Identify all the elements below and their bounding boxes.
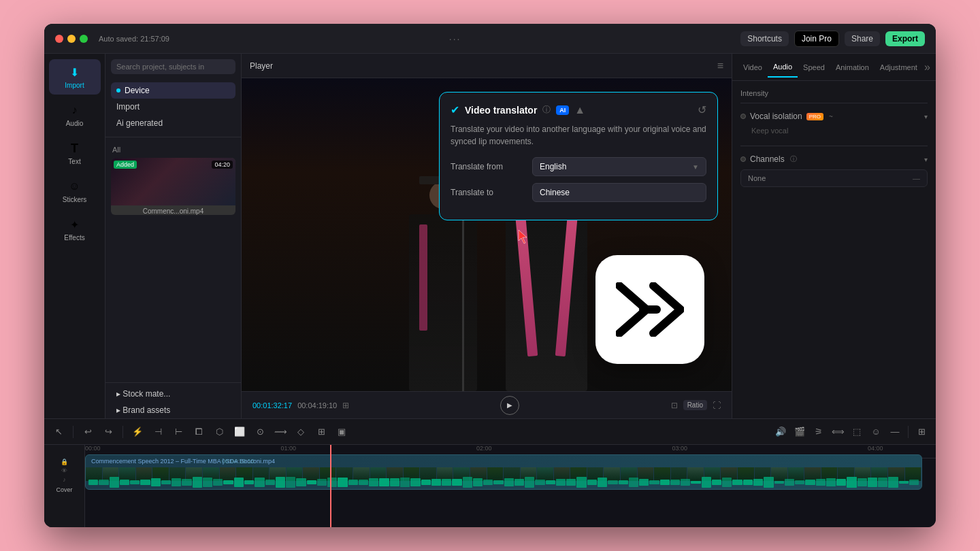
auto-reframe-tool[interactable]: ⊞ — [312, 423, 330, 441]
playhead[interactable] — [330, 445, 331, 527]
translate-to-select[interactable]: Chinese — [532, 183, 706, 202]
ruler-mark-0: 00:00 — [85, 445, 101, 452]
translate-from-select[interactable]: English ▼ — [532, 157, 706, 176]
channels-section-arrow[interactable]: ▾ — [924, 156, 928, 163]
nav-ai-generated[interactable]: Ai generated — [111, 115, 235, 131]
tab-animation[interactable]: Animation — [830, 58, 875, 77]
more-options-icon[interactable]: ··· — [449, 33, 461, 44]
center-content: Player ≡ — [242, 54, 732, 418]
channels-toggle-dot[interactable] — [740, 156, 746, 162]
video-track-inner: Commencement Speech 2012 – Full-Time MBA… — [85, 454, 922, 490]
channels-select[interactable]: None — — [740, 169, 928, 187]
volume-icon[interactable]: — — [886, 423, 904, 441]
mask-tool[interactable]: ⬡ — [210, 423, 228, 441]
export-button[interactable]: Export — [885, 31, 925, 46]
split-tool[interactable]: ⚡ — [129, 423, 146, 441]
vocal-info-icon[interactable]: ~ — [829, 113, 833, 120]
tab-adjustment[interactable]: Adjustment — [875, 58, 923, 77]
ruler-mark-1: 01:00 — [281, 445, 297, 452]
audio-track-icon[interactable]: 🔊 — [772, 423, 789, 441]
trim-right-tool[interactable]: ⊢ — [169, 423, 187, 441]
video-track[interactable]: Commencement Speech 2012 – Full-Time MBA… — [85, 454, 922, 490]
minimize-button[interactable] — [67, 35, 76, 43]
play-button[interactable]: ▶ — [500, 396, 519, 415]
fullscreen-icon[interactable]: ⛶ — [713, 401, 721, 410]
record-tool[interactable]: ⊙ — [251, 423, 269, 441]
sidebar-item-effects[interactable]: ✦ Effects — [49, 212, 101, 247]
speed-ramp-tool[interactable]: ⟿ — [272, 423, 289, 441]
current-time: 00:01:32:17 — [252, 401, 292, 410]
track-hide-icon[interactable]: 👁 — [61, 467, 67, 474]
redo-tool[interactable]: ↪ — [99, 423, 117, 441]
cover-label: Cover — [56, 486, 72, 493]
right-tabs-more-icon[interactable]: » — [924, 61, 930, 73]
pro-badge: PRO — [806, 113, 823, 120]
stickers-icon: ☺ — [67, 179, 82, 194]
maximize-button[interactable] — [80, 35, 88, 43]
nav-device[interactable]: Device — [111, 82, 235, 99]
share-button[interactable]: Share — [845, 31, 880, 46]
player-menu-icon[interactable]: ≡ — [717, 60, 723, 72]
channels-value: None — [748, 174, 766, 182]
tab-video[interactable]: Video — [738, 58, 768, 77]
ratio-button[interactable]: Ratio — [683, 400, 707, 410]
close-button[interactable] — [55, 35, 63, 43]
timeline-content[interactable]: 00:00 01:00 02:00 03:00 04:00 Commenceme… — [85, 445, 936, 527]
file-search-area — [105, 54, 241, 80]
file-thumbnail[interactable]: Added 04:20 Commenc...oni.mp4 — [111, 158, 235, 215]
sidebar-item-import[interactable]: ⬇ Import — [49, 59, 101, 95]
tab-audio[interactable]: Audio — [768, 57, 798, 78]
split-audio-icon[interactable]: ⚞ — [810, 423, 828, 441]
video-track-icon[interactable]: 🎬 — [791, 423, 808, 441]
track-label-main: 🔒 👁 ♪ Cover — [56, 458, 72, 493]
screenshot-icon[interactable]: ⊡ — [671, 401, 678, 410]
popup-info-icon[interactable]: ⓘ — [542, 104, 551, 116]
video-translator-popup: ✔ Video translator ⓘ AI ▲ ↺ Translate yo… — [439, 92, 718, 220]
timeline-right-tools: 🔊 🎬 ⚞ ⟺ ⬚ ☺ — ⊞ — [772, 423, 930, 441]
emoji-icon[interactable]: ☺ — [867, 423, 885, 441]
popup-chevron-up-icon[interactable]: ▲ — [574, 104, 585, 116]
left-sidebar: ⬇ Import ♪ Audio T Text ☺ Stickers ✦ Eff… — [44, 54, 105, 418]
undo-tool[interactable]: ↩ — [79, 423, 97, 441]
channels-line: — — [913, 174, 920, 182]
nav-import[interactable]: Import — [111, 99, 235, 115]
popup-reset-icon[interactable]: ↺ — [698, 103, 706, 116]
ctrl-right: ⊡ Ratio ⛶ — [671, 400, 721, 410]
player-video-bg: ✔ Video translator ⓘ AI ▲ ↺ Translate yo… — [242, 78, 732, 391]
scene-detect-icon[interactable]: ⟺ — [829, 423, 847, 441]
sidebar-item-stickers[interactable]: ☺ Stickers — [49, 173, 101, 209]
join-pro-button[interactable]: Join Pro — [794, 31, 839, 47]
subtitle-icon[interactable]: ⬚ — [848, 423, 866, 441]
crop-tool[interactable]: ⧠ — [190, 423, 208, 441]
frame-layout-icon[interactable]: ⊞ — [342, 401, 349, 410]
tab-speed[interactable]: Speed — [798, 58, 830, 77]
sidebar-item-audio[interactable]: ♪ Audio — [49, 97, 101, 133]
freeze-tool[interactable]: ◇ — [292, 423, 310, 441]
brand-assets-section[interactable]: ▸ Brand assets — [105, 402, 241, 418]
track-lock-icon[interactable]: 🔒 — [61, 458, 68, 465]
trim-left-tool[interactable]: ⊣ — [149, 423, 167, 441]
translate-to-row: Translate to Chinese — [451, 183, 706, 202]
shortcuts-button[interactable]: Shortcuts — [740, 31, 789, 46]
capcut-logo-svg — [616, 282, 684, 337]
channels-info-icon[interactable]: ⓘ — [790, 154, 797, 164]
vocal-isolation-toggle-dot[interactable] — [740, 114, 746, 119]
stock-section[interactable]: ▸ Stock mate... — [105, 386, 241, 402]
mirror-tool[interactable]: ⬜ — [231, 423, 248, 441]
file-nav-divider — [105, 137, 241, 137]
track-audio-icon[interactable]: ♪ — [63, 476, 66, 483]
search-input[interactable] — [111, 59, 235, 74]
titlebar-center: ··· — [169, 33, 740, 44]
timeline-body: 🔒 👁 ♪ Cover 00:00 01:00 02:00 03:00 04:0… — [44, 445, 936, 527]
popup-ai-badge: AI — [556, 105, 569, 115]
divider-1 — [105, 382, 241, 383]
sidebar-label-import: Import — [65, 82, 84, 89]
toolbar-sep-2 — [122, 426, 123, 438]
select-tool[interactable]: ↖ — [50, 423, 67, 441]
translate-from-label: Translate from — [451, 162, 532, 171]
main-track-tool[interactable]: ▣ — [333, 423, 350, 441]
zoom-fit-icon[interactable]: ⊞ — [913, 423, 930, 441]
sidebar-item-text[interactable]: T Text — [49, 135, 101, 171]
sidebar-label-text: Text — [68, 158, 80, 165]
vocal-section-arrow[interactable]: ▾ — [924, 113, 928, 120]
